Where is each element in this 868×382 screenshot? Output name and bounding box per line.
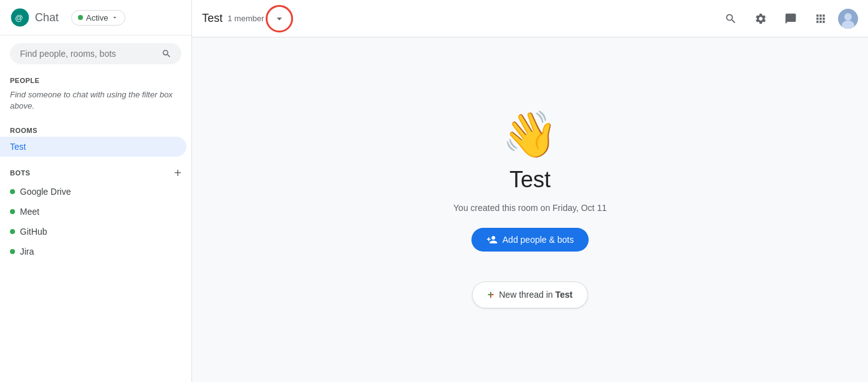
top-icons (718, 6, 858, 31)
wave-emoji: 👋 (502, 112, 558, 157)
new-thread-label: New thread in Test (499, 290, 572, 300)
sidebar-item-google-drive[interactable]: Google Drive (0, 182, 191, 202)
add-icon: + (174, 167, 181, 179)
people-section-label: PEOPLE (0, 72, 191, 87)
online-dot-icon (10, 249, 15, 254)
colorful-plus-icon: + (488, 288, 494, 301)
message-icon (784, 12, 797, 25)
active-dot-icon (78, 15, 83, 20)
search-icon (162, 48, 171, 59)
sidebar: @ Chat Active PEOPLE Find someone to cha… (0, 0, 192, 382)
room-dropdown-button[interactable] (269, 9, 289, 29)
sidebar-item-meet[interactable]: Meet (0, 202, 191, 222)
sidebar-item-github[interactable]: GitHub (0, 222, 191, 242)
add-bot-button[interactable]: + (174, 167, 181, 179)
apps-button[interactable] (808, 6, 833, 31)
room-item-label: Test (10, 142, 26, 152)
add-people-label: Add people & bots (503, 235, 574, 245)
people-section: PEOPLE Find someone to chat with using t… (0, 72, 191, 119)
dropdown-area (269, 9, 289, 29)
search-container (0, 36, 191, 72)
active-status-label: Active (86, 13, 108, 22)
sidebar-item-jira[interactable]: Jira (0, 242, 191, 262)
new-thread-button[interactable]: + New thread in Test (472, 282, 589, 308)
center-content: 👋 Test You created this room on Friday, … (192, 37, 868, 382)
sidebar-item-test-room[interactable]: Test (0, 137, 186, 157)
chevron-down-icon (111, 14, 118, 21)
online-dot-icon (10, 229, 15, 234)
avatar-image (838, 9, 858, 29)
settings-button[interactable] (748, 6, 773, 31)
user-avatar[interactable] (838, 9, 858, 29)
bots-section: BOTS + Google Drive Meet GitHub Jira (0, 162, 191, 262)
room-name-display: Test (509, 167, 551, 193)
chevron-down-icon (273, 12, 286, 25)
google-chat-logo-icon: @ (10, 7, 30, 27)
sidebar-header: @ Chat Active (0, 0, 191, 36)
online-dot-icon (10, 189, 15, 194)
bot-name-label: Meet (20, 207, 39, 217)
bots-section-label: BOTS (10, 169, 31, 177)
main-content: Test 1 member (192, 0, 868, 382)
gear-icon (755, 12, 767, 25)
search-button[interactable] (718, 6, 743, 31)
bots-header: BOTS + (0, 162, 191, 182)
top-bar: Test 1 member (192, 0, 868, 37)
add-person-icon (486, 234, 498, 245)
search-input[interactable] (20, 49, 157, 59)
member-count: 1 member (228, 14, 264, 23)
online-dot-icon (10, 209, 15, 214)
logo-area: @ Chat (10, 7, 59, 27)
bot-name-label: Jira (20, 247, 34, 257)
room-title: Test (202, 12, 223, 25)
bot-name-label: GitHub (20, 227, 47, 237)
svg-point-3 (844, 13, 852, 21)
search-icon (725, 12, 737, 25)
people-section-description: Find someone to chat with using the filt… (0, 87, 191, 119)
room-title-area: Test 1 member (202, 9, 289, 29)
search-box (10, 43, 181, 64)
rooms-section-label: ROOMS (0, 122, 191, 137)
active-status-badge[interactable]: Active (71, 10, 125, 26)
bot-name-label: Google Drive (20, 187, 71, 197)
add-people-button[interactable]: Add people & bots (471, 228, 589, 252)
apps-grid-icon (814, 12, 827, 25)
rooms-section: ROOMS Test (0, 122, 191, 157)
app-title: Chat (35, 11, 59, 24)
room-description: You created this room on Friday, Oct 11 (453, 203, 607, 213)
chat-icon-button[interactable] (778, 6, 803, 31)
svg-text:@: @ (15, 13, 23, 22)
